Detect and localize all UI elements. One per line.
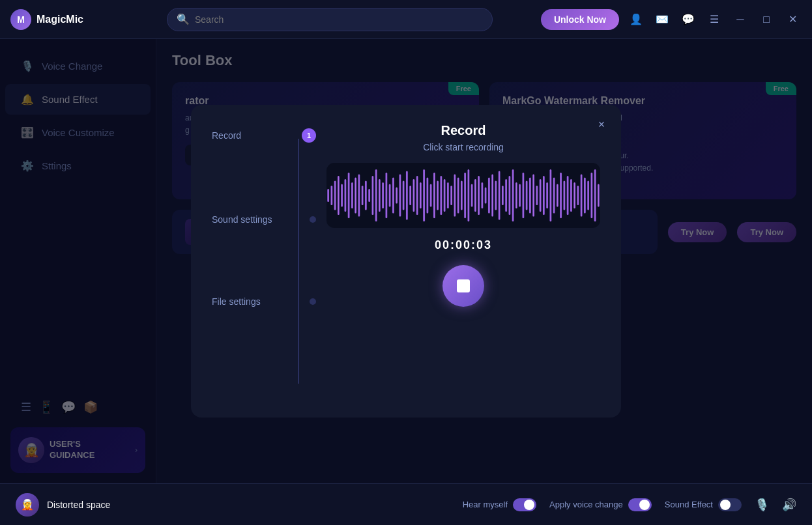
- svg-rect-28: [423, 169, 425, 221]
- speaker-bottom-icon[interactable]: 🔊: [782, 498, 796, 512]
- svg-rect-49: [495, 181, 497, 210]
- microphone-bottom-icon[interactable]: 🎙️: [755, 498, 769, 512]
- svg-rect-10: [362, 186, 364, 205]
- svg-rect-71: [570, 179, 572, 212]
- stepper: Record 1 Sound settings File settings: [212, 123, 316, 399]
- step-sound-settings-dot: [310, 216, 316, 223]
- svg-rect-26: [416, 176, 418, 215]
- modal-close-button[interactable]: ×: [592, 115, 611, 134]
- sound-effect-control: Sound Effect: [665, 498, 742, 511]
- close-icon[interactable]: ✕: [783, 10, 802, 29]
- svg-rect-72: [573, 182, 575, 208]
- app-logo: M: [10, 9, 31, 30]
- search-icon: 🔍: [177, 13, 190, 25]
- search-bar[interactable]: 🔍: [167, 8, 493, 31]
- svg-rect-43: [474, 179, 476, 212]
- svg-rect-31: [433, 173, 435, 218]
- hear-myself-toggle[interactable]: [513, 498, 536, 511]
- svg-rect-44: [478, 176, 480, 215]
- svg-rect-6: [348, 173, 350, 218]
- logo-area: M MagicMic: [10, 9, 167, 30]
- svg-rect-11: [365, 181, 367, 210]
- menu-icon[interactable]: ☰: [705, 10, 723, 29]
- title-actions: Unlock Now 👤 ✉️ 💬 ☰ ─ □ ✕: [541, 9, 802, 30]
- svg-rect-58: [526, 181, 528, 210]
- bottom-controls: Hear myself Apply voice change Sound Eff…: [463, 498, 796, 512]
- svg-rect-35: [447, 182, 449, 208]
- svg-rect-61: [536, 186, 538, 205]
- svg-rect-50: [499, 171, 500, 220]
- unlock-button[interactable]: Unlock Now: [541, 9, 619, 30]
- svg-rect-76: [587, 181, 589, 210]
- svg-rect-77: [590, 173, 592, 218]
- bottom-left: 🧝 Distorted space: [16, 493, 110, 517]
- modal-title: Record: [441, 123, 486, 138]
- svg-rect-64: [546, 182, 548, 208]
- svg-rect-36: [450, 186, 452, 205]
- svg-rect-20: [396, 188, 398, 204]
- user-icon[interactable]: 👤: [627, 10, 645, 29]
- svg-rect-65: [549, 169, 551, 221]
- svg-rect-18: [389, 184, 391, 207]
- svg-rect-29: [426, 178, 428, 214]
- app-name: MagicMic: [36, 14, 83, 25]
- svg-rect-66: [553, 178, 555, 214]
- sound-effect-toggle[interactable]: [718, 498, 742, 511]
- svg-rect-78: [594, 169, 596, 221]
- svg-rect-40: [464, 173, 466, 218]
- svg-rect-73: [577, 186, 579, 205]
- svg-rect-16: [382, 182, 384, 208]
- recording-timer: 00:00:03: [435, 238, 492, 252]
- svg-rect-47: [488, 178, 490, 214]
- svg-rect-19: [392, 178, 394, 214]
- sound-effect-label: Sound Effect: [665, 500, 713, 509]
- stop-icon: [457, 279, 470, 292]
- svg-rect-38: [457, 178, 459, 214]
- modal-overlay: × Record 1 Sound settings File settings …: [0, 39, 812, 483]
- apply-voice-change-control: Apply voice change: [549, 498, 652, 511]
- step-record: Record 1: [212, 128, 316, 143]
- title-bar: M MagicMic 🔍 Unlock Now 👤 ✉️ 💬 ☰ ─ □ ✕: [0, 0, 812, 39]
- maximize-icon[interactable]: □: [757, 10, 776, 29]
- svg-rect-15: [379, 179, 381, 212]
- discord-icon[interactable]: 💬: [679, 10, 697, 29]
- svg-rect-41: [467, 169, 469, 221]
- svg-rect-22: [403, 181, 405, 210]
- record-modal: × Record 1 Sound settings File settings …: [191, 105, 621, 418]
- svg-rect-27: [420, 182, 422, 208]
- svg-rect-53: [508, 176, 510, 215]
- svg-rect-60: [532, 175, 534, 217]
- svg-rect-9: [358, 175, 360, 217]
- svg-rect-63: [543, 176, 545, 215]
- step-file-settings-dot: [310, 298, 316, 305]
- svg-rect-79: [598, 184, 600, 207]
- svg-rect-30: [430, 184, 432, 207]
- svg-rect-54: [512, 169, 514, 221]
- svg-rect-14: [375, 169, 377, 221]
- svg-rect-34: [444, 179, 446, 212]
- svg-rect-5: [344, 179, 346, 212]
- svg-rect-56: [519, 184, 521, 207]
- mail-icon[interactable]: ✉️: [653, 10, 671, 29]
- svg-rect-42: [471, 184, 473, 207]
- svg-rect-67: [557, 184, 558, 207]
- apply-voice-change-toggle[interactable]: [628, 498, 652, 511]
- svg-rect-51: [502, 186, 504, 205]
- stop-recording-button[interactable]: [442, 265, 484, 307]
- step-file-settings-label: File settings: [212, 296, 261, 307]
- voice-avatar: 🧝: [16, 493, 39, 517]
- svg-rect-1: [330, 186, 332, 205]
- voice-name: Distorted space: [47, 500, 110, 510]
- svg-rect-8: [355, 178, 356, 214]
- search-input[interactable]: [195, 14, 483, 25]
- minimize-icon[interactable]: ─: [731, 10, 749, 29]
- svg-rect-69: [563, 181, 565, 210]
- svg-rect-25: [413, 179, 414, 212]
- svg-rect-3: [338, 176, 340, 215]
- svg-rect-68: [560, 173, 562, 218]
- step-file-settings: File settings: [212, 296, 316, 307]
- bottom-bar: 🧝 Distorted space Hear myself Apply voic…: [0, 483, 812, 525]
- svg-rect-59: [529, 178, 531, 214]
- svg-rect-62: [540, 179, 542, 212]
- svg-rect-75: [584, 178, 586, 214]
